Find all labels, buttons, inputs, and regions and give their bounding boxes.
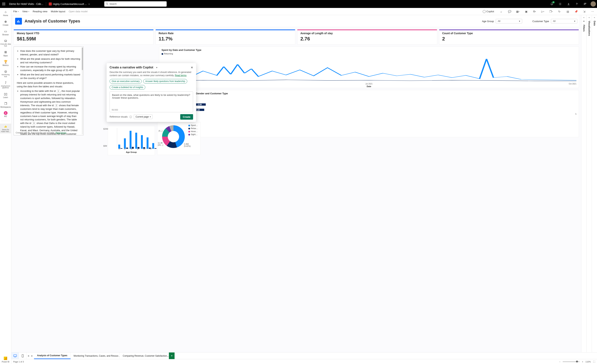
nav-browse[interactable]: ▭Browse	[0, 28, 11, 37]
chart-title: Average of Length of stay by Gender and …	[162, 92, 576, 95]
read-terms-link[interactable]: Read terms	[175, 74, 187, 77]
present-icon[interactable]: ▷▾	[540, 9, 545, 14]
folder-icon: ▭	[4, 29, 8, 33]
kpi-return-rate[interactable]: Return Rate11.7%	[156, 29, 296, 45]
nav-metrics[interactable]: 🏆Metrics	[0, 59, 11, 67]
desktop-view-mode[interactable]	[11, 352, 19, 359]
copilot-button[interactable]: Copilot	[481, 9, 495, 14]
teams-icon[interactable]: ▦▾	[515, 9, 520, 14]
scrollbar[interactable]	[82, 47, 83, 134]
narrative-answer-list: According to the table with the id 1, th…	[17, 89, 80, 135]
menu-file[interactable]: File▾	[13, 10, 19, 13]
add-page-button[interactable]: ＋	[169, 352, 174, 359]
narrative-visual[interactable]: How does the customer type vary by their…	[14, 47, 84, 135]
read-terms-link[interactable]: Read terms	[55, 132, 66, 134]
copilot-title: Create a narrative with Copilot	[110, 66, 153, 69]
chart-title: Spent by Date and Customer Type	[162, 48, 576, 51]
info-icon[interactable]: i	[129, 116, 132, 118]
nav-workspaces[interactable]: ❐Workspaces	[0, 101, 11, 109]
tab-nav-next[interactable]: ▶	[30, 352, 34, 359]
narrative-answer: According to the table with the id 1, th…	[20, 89, 80, 135]
tab-comparing[interactable]: Comparing Revenue, Customer Satisfaction…	[120, 352, 169, 359]
reading-view-button[interactable]: Reading view	[33, 10, 47, 13]
document-title[interactable]: Demo for Hotel Visits - Cde...	[9, 2, 43, 6]
nav-pipelines[interactable]: ⤴Deployment pipelines	[0, 80, 11, 90]
nav-monitoring[interactable]: ◎Monitoring hub	[0, 69, 11, 79]
zoom-out-button[interactable]: −	[559, 361, 560, 363]
kpi-customer-types[interactable]: Count of Customer Type2	[439, 29, 579, 45]
filters-pane[interactable]: « ▾ Filters	[581, 15, 586, 352]
narrative-question: How does the customer type vary by their…	[20, 49, 80, 56]
zoom-slider[interactable]	[563, 361, 580, 362]
create-button[interactable]: Create	[180, 114, 193, 120]
pin-icon[interactable]: 📌	[573, 9, 579, 14]
bar-chart-card[interactable]: $20M $0M <2121-...31-...41-...51-...>60	[108, 126, 155, 155]
prompt-textarea[interactable]: Based on the data, what questions are li…	[110, 91, 193, 112]
tab-analysis[interactable]: Analysis of Customer Types	[34, 352, 71, 359]
expand-icon[interactable]: «	[583, 16, 584, 18]
nav-active-report[interactable]: Demo for Hotel Visit...	[0, 124, 11, 134]
nav-home[interactable]: ⌂Home	[0, 9, 11, 17]
download-icon[interactable]	[566, 1, 571, 7]
chat-icon[interactable]: 💬	[507, 9, 512, 14]
help-icon[interactable]: ?	[574, 1, 580, 7]
kpi-money[interactable]: Money Spent YTD$61.59M	[14, 29, 154, 45]
kpi-length-stay[interactable]: Average of Length of stay2.76	[297, 29, 437, 45]
zoom-in-button[interactable]: +	[582, 361, 583, 363]
reference-visuals-dropdown[interactable]: Current page▾	[134, 115, 152, 119]
more-icon[interactable]: ⋯	[590, 9, 595, 14]
svg-rect-4	[4, 4, 4, 4]
visualizations-pane[interactable]: « Visualizations	[586, 15, 592, 352]
svg-rect-14	[5, 127, 5, 127]
menu-view[interactable]: View▾	[22, 10, 29, 13]
nav-apps[interactable]: ⊞Apps	[0, 49, 11, 57]
app-launcher-icon[interactable]	[1, 1, 7, 7]
bookmark-icon[interactable]: ▤	[565, 9, 570, 14]
export-icon[interactable]: ⇲	[582, 9, 587, 14]
nav-create[interactable]: ⊕Create	[0, 19, 11, 27]
donut-chart-card[interactable]: (4...) 11.3K(24....) 2.45K(5.42%) Sport……	[157, 122, 201, 155]
zoom-level: 110%	[585, 361, 591, 363]
mobile-view-mode[interactable]	[19, 352, 26, 359]
mobile-layout-button[interactable]: Mobile layout	[51, 10, 65, 13]
insights-icon[interactable]: ▣	[524, 9, 529, 14]
area-chart[interactable]	[162, 55, 576, 82]
fit-page-icon[interactable]: ⛶	[593, 361, 595, 363]
suggestion-chip[interactable]: Create a bulleted list of insights	[110, 85, 145, 90]
hbar-chart-card[interactable]: Average of Length of stay by Gender and …	[159, 90, 579, 137]
user-avatar[interactable]	[590, 1, 596, 7]
area-chart-card[interactable]: Spent by Date and Customer Type Returnin…	[159, 47, 579, 88]
share-icon[interactable]: ⧉▾	[532, 9, 537, 14]
duplicate-icon[interactable]: ❐▾	[549, 9, 554, 14]
nav-learn[interactable]: ▯▯Learn	[0, 91, 11, 99]
sensitivity-label[interactable]: Highly Confidential\Microsoft ... ▾	[49, 2, 90, 6]
settings-icon[interactable]	[557, 1, 563, 7]
refresh-icon[interactable]: ↻	[557, 9, 562, 14]
slicer-type[interactable]: All▾	[551, 19, 577, 24]
suggestion-chip[interactable]: Give an executive summary	[110, 79, 142, 84]
report-icon	[4, 124, 8, 128]
chevron-down-icon[interactable]: ▾	[88, 3, 90, 5]
donut-chart[interactable]	[162, 125, 185, 148]
expand-icon[interactable]: «	[589, 16, 590, 18]
nav-workspace-ai2[interactable]: AAI2	[0, 110, 11, 118]
selection-handle[interactable]	[14, 134, 15, 135]
slicer-age[interactable]: All▾	[496, 19, 522, 24]
expand-icon[interactable]: «	[594, 16, 595, 18]
selection-handle[interactable]	[14, 47, 15, 48]
nav-onelake[interactable]: ⛁OneLake data hub	[0, 38, 11, 48]
svg-rect-16	[6, 126, 7, 127]
notifications-icon[interactable]: 5	[549, 1, 555, 7]
data-pane[interactable]: « Data	[592, 15, 597, 352]
chevron-down-icon[interactable]: ▾	[156, 66, 157, 69]
feedback-icon[interactable]	[582, 1, 588, 7]
search-input[interactable]: Search	[104, 1, 167, 7]
close-icon[interactable]: ✕	[191, 66, 193, 69]
x-axis-label: Date	[162, 85, 576, 87]
bar-chart[interactable]	[117, 128, 152, 149]
tab-monitoring[interactable]: Monitoring Transactions, Cases, and Reso…	[71, 352, 120, 359]
suggestion-chip[interactable]: Answer likely questions from leadership	[143, 79, 187, 84]
explore-icon[interactable]: ⌕	[499, 9, 504, 14]
tab-nav-prev[interactable]: ◀	[26, 352, 30, 359]
narrative-question: How can we increase the money spent by r…	[20, 65, 80, 72]
